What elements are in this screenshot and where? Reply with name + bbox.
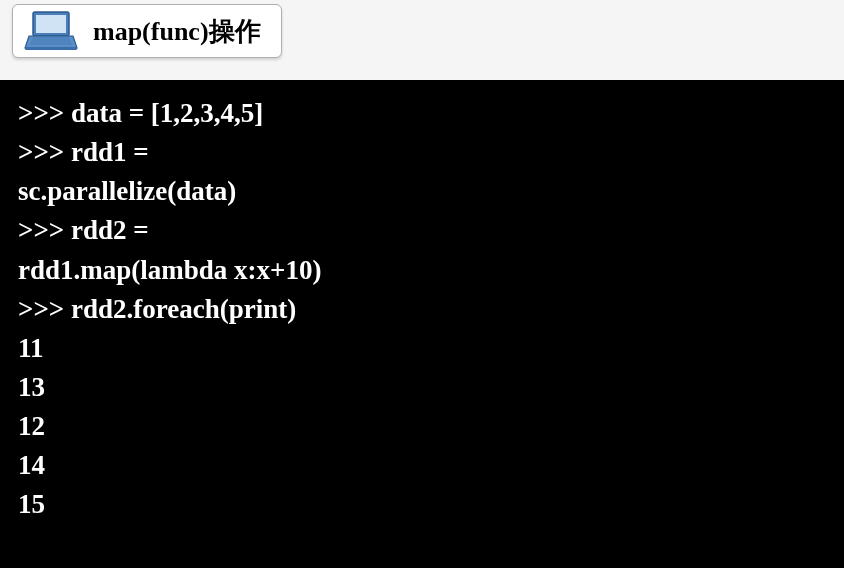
code-line: >>> rdd1 = [18, 133, 826, 172]
code-line: rdd1.map(lambda x:x+10) [18, 251, 826, 290]
code-line: >>> rdd2.foreach(print) [18, 290, 826, 329]
output-line: 11 [18, 329, 826, 368]
code-line: sc.parallelize(data) [18, 172, 826, 211]
code-line: >>> data = [1,2,3,4,5] [18, 94, 826, 133]
header-title: map(func)操作 [93, 14, 261, 49]
output-line: 12 [18, 407, 826, 446]
output-line: 14 [18, 446, 826, 485]
laptop-icon [23, 10, 79, 52]
output-line: 15 [18, 485, 826, 524]
svg-rect-2 [25, 47, 77, 50]
code-line: >>> rdd2 = [18, 211, 826, 250]
output-line: 13 [18, 368, 826, 407]
terminal-output: >>> data = [1,2,3,4,5] >>> rdd1 = sc.par… [0, 80, 844, 568]
header-tab: map(func)操作 [12, 4, 282, 58]
svg-rect-1 [36, 15, 66, 33]
